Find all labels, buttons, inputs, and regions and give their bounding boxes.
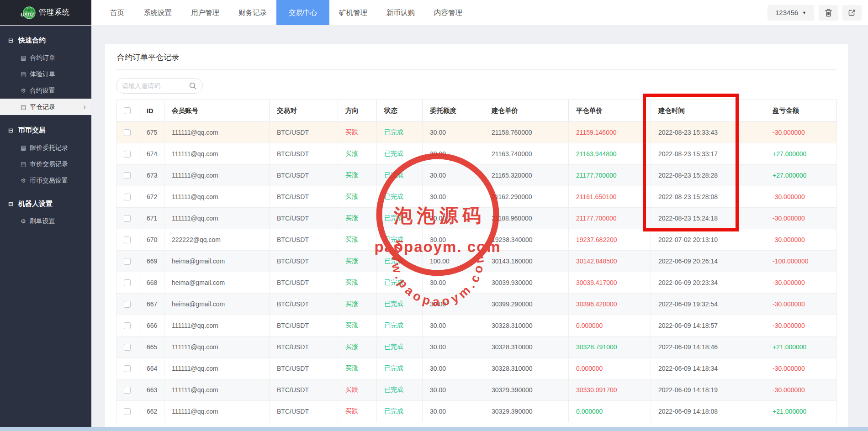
nav-item-8[interactable]: 内容管理	[424, 0, 472, 25]
table-row: 663111111@qq.comBTC/USDT买跌已完成30.0030329.…	[116, 379, 837, 401]
row-checkbox[interactable]	[124, 387, 131, 394]
cell-amount: 30.00	[423, 143, 484, 165]
nav-item-1[interactable]: 首页	[101, 0, 134, 25]
search-icon[interactable]	[189, 82, 197, 90]
cell-close-price: 0.000000	[569, 315, 651, 336]
column-header-3: 交易对	[270, 100, 338, 122]
cell-id: 673	[139, 165, 164, 186]
cell-status: 已完成	[377, 336, 423, 358]
sidebar-item-1-1[interactable]: ▤合约订单	[0, 49, 91, 66]
cell-account: heima@gmail.com	[164, 251, 270, 272]
row-checkbox[interactable]	[124, 129, 131, 136]
cell-direction: 买涨	[338, 186, 377, 208]
row-checkbox[interactable]	[124, 151, 131, 158]
nav-item-7[interactable]: 新币认购	[377, 0, 424, 25]
sidebar-item-1-2[interactable]: ▤体验订单	[0, 66, 91, 82]
list-icon: ▤	[21, 54, 26, 61]
gear-icon: ⚙	[21, 177, 26, 184]
cell-close-price: 30330.091700	[569, 379, 651, 401]
cell-pnl: +21.000000	[765, 336, 837, 358]
cell-id: 674	[139, 143, 164, 165]
positions-table: ID会员账号交易对方向状态委托额度建仓单价平仓单价建仓时间盈亏金额 675111…	[116, 100, 837, 422]
sidebar-item-2-2[interactable]: ▤市价交易记录	[0, 156, 91, 172]
row-checkbox[interactable]	[124, 344, 131, 351]
cell-status: 已完成	[377, 186, 423, 208]
cell-status: 已完成	[377, 229, 423, 251]
row-checkbox[interactable]	[124, 279, 131, 286]
cell-pnl: -30.000000	[765, 358, 837, 379]
nav-item-4[interactable]: 财务记录	[229, 0, 276, 25]
row-checkbox[interactable]	[124, 365, 131, 372]
sidebar-item-3-1[interactable]: ⚙刷单设置	[0, 213, 91, 229]
cell-amount: 30.00	[423, 294, 484, 315]
cell-checkbox	[116, 358, 139, 379]
table-row: 671111111@qq.comBTC/USDT买涨已完成30.0021188.…	[116, 208, 837, 229]
horizontal-scrollbar[interactable]	[0, 427, 868, 431]
cell-checkbox	[116, 122, 139, 143]
cell-status: 已完成	[377, 358, 423, 379]
sidebar-item-label: 体验订单	[30, 70, 55, 78]
cell-pair: BTC/USDT	[270, 165, 338, 186]
row-checkbox[interactable]	[124, 408, 131, 415]
row-checkbox[interactable]	[124, 258, 131, 265]
cell-amount: 30.00	[423, 358, 484, 379]
cell-open-price: 19238.340000	[484, 229, 569, 251]
nav-item-6[interactable]: 矿机管理	[329, 0, 377, 25]
row-checkbox[interactable]	[124, 237, 131, 243]
nav-item-5[interactable]: 交易中心	[276, 0, 329, 25]
cell-account: 111111@qq.com	[164, 165, 270, 186]
clear-cache-button[interactable]	[819, 5, 838, 21]
cell-id: 663	[139, 379, 164, 401]
cell-open-price: 21165.320000	[484, 165, 569, 186]
cell-pair: BTC/USDT	[270, 315, 338, 336]
row-checkbox[interactable]	[124, 194, 131, 200]
cell-status: 已完成	[377, 165, 423, 186]
cell-status: 已完成	[377, 315, 423, 336]
cell-direction: 买涨	[338, 165, 377, 186]
list-icon: ▤	[21, 71, 26, 78]
nav-item-3[interactable]: 用户管理	[181, 0, 229, 25]
column-header-7: 建仓单价	[484, 100, 569, 122]
table-row: 670222222@qq.comBTC/USDT买涨已完成30.0019238.…	[116, 229, 837, 251]
invite-code-search-input[interactable]	[122, 82, 189, 89]
cell-close-price: 21161.650100	[569, 186, 651, 208]
nav-item-2[interactable]: 系统设置	[134, 0, 181, 25]
cell-pair: BTC/USDT	[270, 208, 338, 229]
cell-open-time: 2022-06-09 20:26:14	[651, 251, 765, 272]
cell-pnl: +27.000000	[765, 143, 837, 165]
sidebar-section-3[interactable]: ⊟机器人设置	[0, 189, 91, 213]
column-header-6: 委托额度	[423, 100, 484, 122]
sidebar-item-label: 限价委托记录	[30, 144, 68, 151]
logout-button[interactable]	[842, 5, 862, 21]
row-checkbox[interactable]	[124, 322, 131, 329]
sidebar-item-2-1[interactable]: ▤限价委托记录	[0, 139, 91, 156]
collapse-icon: ⊟	[8, 201, 13, 207]
cell-id: 675	[139, 122, 164, 143]
sidebar-item-1-3[interactable]: ⚙合约设置	[0, 82, 91, 99]
column-header-8: 平仓单价	[569, 100, 651, 122]
row-checkbox[interactable]	[124, 215, 131, 222]
sidebar-section-2[interactable]: ⊟币币交易	[0, 115, 91, 139]
sidebar-section-1[interactable]: ⊟快速合约	[0, 25, 91, 49]
sidebar-item-label: 市价交易记录	[30, 160, 68, 168]
cell-checkbox	[116, 336, 139, 358]
user-dropdown-button[interactable]: 123456 ▼	[767, 5, 814, 21]
cell-pair: BTC/USDT	[270, 251, 338, 272]
cell-status: 已完成	[377, 379, 423, 401]
table-row: 667heima@gmail.comBTC/USDT买涨已完成30.003039…	[116, 294, 837, 315]
row-checkbox[interactable]	[124, 172, 131, 179]
cell-account: 111111@qq.com	[164, 336, 270, 358]
list-icon: ▤	[21, 104, 26, 110]
sidebar-item-2-3[interactable]: ⚙币币交易设置	[0, 172, 91, 189]
table-row: 672111111@qq.comBTC/USDT买涨已完成30.0021162.…	[116, 186, 837, 208]
cell-amount: 30.00	[423, 229, 484, 251]
select-all-checkbox[interactable]	[124, 107, 131, 114]
sidebar-item-1-4[interactable]: ▤平仓记录›	[0, 99, 91, 115]
trash-icon	[825, 9, 832, 17]
column-header-10: 盈亏金额	[765, 100, 837, 122]
cell-close-price: 21177.700000	[569, 208, 651, 229]
row-checkbox[interactable]	[124, 301, 131, 308]
cell-amount: 30.00	[423, 336, 484, 358]
cell-close-price: 0.000000	[569, 358, 651, 379]
app-logo: USDZ 管理系统	[0, 0, 91, 25]
